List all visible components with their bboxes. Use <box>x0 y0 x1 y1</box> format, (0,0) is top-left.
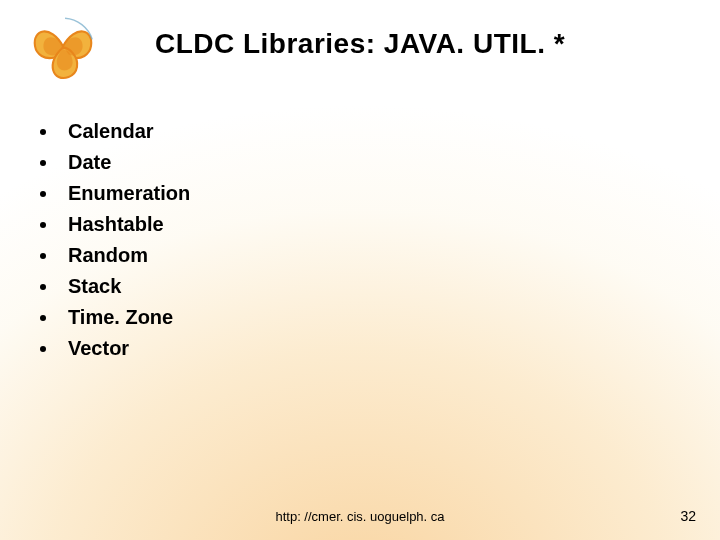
list-item: Random <box>40 244 190 267</box>
bullet-text: Calendar <box>68 120 154 143</box>
list-item: Date <box>40 151 190 174</box>
bullet-text: Stack <box>68 275 121 298</box>
bullet-text: Vector <box>68 337 129 360</box>
bullet-icon <box>40 222 46 228</box>
bullet-text: Date <box>68 151 111 174</box>
bullet-icon <box>40 346 46 352</box>
list-item: Time. Zone <box>40 306 190 329</box>
slide: CLDC Libraries: JAVA. UTIL. * Calendar D… <box>0 0 720 540</box>
list-item: Stack <box>40 275 190 298</box>
bullet-text: Hashtable <box>68 213 164 236</box>
slide-title: CLDC Libraries: JAVA. UTIL. * <box>0 28 720 60</box>
bullet-icon <box>40 253 46 259</box>
list-item: Enumeration <box>40 182 190 205</box>
bullet-icon <box>40 191 46 197</box>
bullet-text: Random <box>68 244 148 267</box>
page-number: 32 <box>680 508 696 524</box>
list-item: Hashtable <box>40 213 190 236</box>
bullet-text: Enumeration <box>68 182 190 205</box>
bullet-icon <box>40 129 46 135</box>
list-item: Calendar <box>40 120 190 143</box>
bullet-text: Time. Zone <box>68 306 173 329</box>
bullet-list: Calendar Date Enumeration Hashtable Rand… <box>40 120 190 368</box>
list-item: Vector <box>40 337 190 360</box>
bullet-icon <box>40 160 46 166</box>
bullet-icon <box>40 315 46 321</box>
bullet-icon <box>40 284 46 290</box>
footer-url: http: //cmer. cis. uoguelph. ca <box>0 509 720 524</box>
